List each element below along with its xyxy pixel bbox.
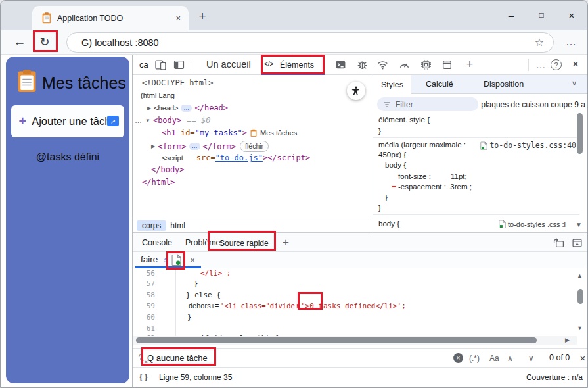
tree-node-h1[interactable]: <h1 id="my-tasks"> Mes tâches <box>162 128 297 137</box>
network-wifi-icon[interactable] <box>377 59 388 70</box>
back-button[interactable]: ← <box>11 34 28 51</box>
tab-problems[interactable]: Problèmes <box>185 238 225 247</box>
bug-debug-icon[interactable] <box>357 59 368 70</box>
scroll-down-arrow-icon[interactable]: ▼ <box>576 221 582 228</box>
new-tab-button[interactable]: + <box>195 9 210 24</box>
scroll-right-arrow-icon[interactable]: ▶ <box>565 337 570 343</box>
tab-console[interactable]: Console <box>142 238 172 247</box>
css-file-link[interactable]: to-do-styles.css:40 <box>480 141 576 150</box>
node-menu-dots-icon[interactable]: … <box>135 116 142 124</box>
file-tab-label[interactable]: faire <box>141 255 158 264</box>
pretty-print-icon[interactable]: { } <box>139 372 148 381</box>
collapse-arrow-icon[interactable]: ▼ <box>145 118 150 124</box>
expand-arrow-icon[interactable]: ▶ <box>151 143 155 149</box>
collapsed-ellipsis[interactable]: … <box>189 143 200 150</box>
script-src-link[interactable]: "to-do.js" <box>215 153 263 162</box>
browser-tab[interactable]: Application TODO × <box>32 6 189 30</box>
devtools-more-icon[interactable]: … <box>533 57 548 72</box>
element-style-rule[interactable]: élément. style { <box>378 116 430 124</box>
tree-node-html-close[interactable]: </html> <box>142 178 175 187</box>
close-search-icon[interactable]: × <box>577 351 588 364</box>
code-line-59-ident: dehors+= <box>189 302 219 310</box>
window-close-button[interactable]: × <box>563 7 580 23</box>
favorites-star-icon[interactable]: ☆ <box>535 36 544 49</box>
devtools-close-icon[interactable]: × <box>568 57 583 72</box>
tab-computed[interactable]: Calculé <box>426 80 453 89</box>
flex-badge[interactable]: fléchir <box>240 141 269 152</box>
dock-side-icon[interactable] <box>173 59 185 70</box>
css-property-font-size[interactable]: font-size : <box>398 172 431 180</box>
tab-quick-source[interactable]: Source rapide <box>219 239 269 248</box>
window-minimize-button[interactable]: – <box>503 7 520 23</box>
add-task-button[interactable]: + Ajouter une tâche ↗ <box>11 105 124 137</box>
cursor-position: Ligne 59, colonne 35 <box>159 373 232 382</box>
line-number: 56 <box>138 269 155 278</box>
window-maximize-button[interactable]: □ <box>533 7 550 23</box>
styles-scrollbar-thumb[interactable] <box>577 113 583 154</box>
application-storage-icon[interactable] <box>441 59 453 70</box>
code-vscrollbar-thumb[interactable] <box>577 289 583 304</box>
styles-panel: Styles Calculé Disposition ∨ Filter plaq… <box>373 75 588 232</box>
regex-toggle[interactable]: (.*) <box>469 354 480 363</box>
css-property-spacing[interactable]: -espacement : .3rem ; <box>398 183 472 191</box>
match-case-toggle[interactable]: Aa <box>489 354 499 363</box>
expand-drawer-icon[interactable] <box>572 237 583 249</box>
file-modified-icon[interactable] <box>171 254 181 266</box>
scroll-up-arrow-icon[interactable]: ▲ <box>577 272 583 279</box>
chevron-down-icon[interactable]: ∨ <box>572 79 577 87</box>
invalid-property-mark <box>392 186 396 187</box>
url-bar[interactable]: G) localhost :8080 ☆ <box>66 32 554 53</box>
accessibility-person-icon[interactable] <box>347 82 365 100</box>
device-emulation-icon[interactable] <box>155 59 166 70</box>
code-hscrollbar-track[interactable]: ▶ <box>133 336 577 345</box>
rule-close-brace: } <box>378 204 381 212</box>
tree-node-doctype[interactable]: <!DOCTYPE html> <box>142 78 213 87</box>
console-drawer-icon[interactable] <box>335 59 346 70</box>
code-editor[interactable]: 56 </li> ; 57 } 58 } else { 59 dehors+= … <box>133 268 577 336</box>
clipboard-icon <box>17 69 37 93</box>
tab-welcome[interactable]: Un accueil <box>206 59 251 70</box>
tab-elements[interactable]: Éléments <box>280 61 314 70</box>
tree-node-head[interactable]: ▶ <head> … </head> <box>147 103 228 112</box>
tree-node-form[interactable]: ▶ <form> … </form> fléchir <box>151 141 269 152</box>
tab-styles[interactable]: Styles <box>373 75 411 94</box>
breadcrumb-body[interactable]: corps <box>137 220 166 231</box>
page-title: Mes tâches <box>42 74 126 93</box>
tab-layout[interactable]: Disposition <box>484 80 524 89</box>
search-input[interactable]: Q aucune tâche <box>147 353 208 363</box>
body-rule[interactable]: body { <box>378 220 399 228</box>
expand-arrow-icon[interactable]: ▶ <box>147 105 151 111</box>
collapsed-ellipsis[interactable]: … <box>181 105 192 112</box>
css-value-font-size: 11pt; <box>451 172 467 180</box>
clear-search-icon[interactable]: × <box>453 353 463 363</box>
code-hscrollbar-thumb[interactable] <box>136 337 537 343</box>
more-tabs-button[interactable]: + <box>463 57 477 72</box>
tree-node-body-close[interactable]: </body> <box>151 165 185 174</box>
file-icon <box>499 220 506 228</box>
gutter-divider <box>175 268 176 336</box>
performance-gauge-icon[interactable] <box>399 59 410 70</box>
styles-filter-input[interactable]: Filter <box>377 97 478 111</box>
next-match-icon[interactable]: ∨ <box>528 354 534 363</box>
help-icon[interactable]: ? <box>551 59 562 70</box>
tree-node-script[interactable]: <script src= "to-do.js" ></script> <box>162 153 310 162</box>
css-file-link-2[interactable]: to-do-styles .css :l <box>499 220 566 228</box>
body-selector[interactable]: body { <box>385 161 406 169</box>
tree-node-html-open[interactable]: (html Lang <box>141 91 175 99</box>
breadcrumb-html[interactable]: html <box>170 221 185 230</box>
memory-chip-icon[interactable] <box>420 59 432 70</box>
url-text[interactable]: G) localhost :8080 <box>81 37 159 48</box>
scroll-down-arrow-icon[interactable]: ▼ <box>577 325 583 331</box>
tab-close-icon[interactable]: × <box>175 13 181 23</box>
undock-drawer-icon[interactable] <box>553 237 564 249</box>
reload-button[interactable]: ↻ <box>36 34 53 51</box>
inspect-element-button[interactable]: ca <box>139 60 148 70</box>
browser-more-icon[interactable]: … <box>563 35 579 49</box>
tree-node-body[interactable]: … ▼ <body> == $0 <box>135 116 210 125</box>
code-line-60: } <box>187 313 192 322</box>
drawer-add-tab-button[interactable]: + <box>279 235 293 250</box>
previous-match-icon[interactable]: ∧ <box>507 354 513 363</box>
file-tab-close-icon[interactable]: × <box>187 254 198 266</box>
tab-title: Application TODO <box>57 14 123 23</box>
tasks-status-text: @tasks défini <box>6 151 129 163</box>
